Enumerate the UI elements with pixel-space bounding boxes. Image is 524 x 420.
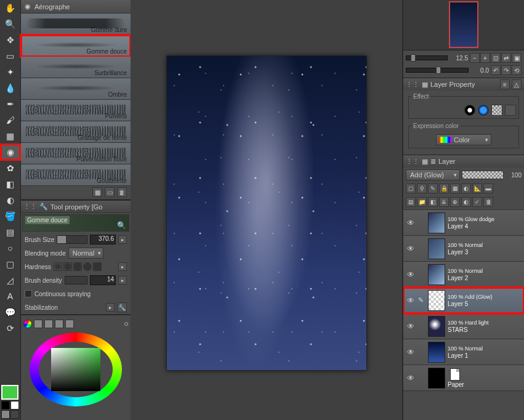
layer-row[interactable]: 👁100 % Glow dodgeLayer 4: [403, 210, 524, 236]
brush-item[interactable]: Gomme dure: [21, 14, 131, 35]
layer-row[interactable]: 👁100 % NormalLayer 2: [403, 262, 524, 288]
layer-color-icon[interactable]: ▬: [483, 184, 493, 193]
visibility-eye-icon[interactable]: 👁: [406, 347, 416, 357]
brush-item[interactable]: Gouttelette: [21, 164, 131, 186]
wand-tool[interactable]: ✦: [1, 65, 20, 79]
visibility-eye-icon[interactable]: 👁: [406, 373, 416, 383]
ref-icon[interactable]: ⚲: [417, 184, 427, 193]
effect-pattern-icon[interactable]: [491, 105, 502, 116]
effect-border-icon[interactable]: [464, 105, 475, 116]
combine-icon[interactable]: ⊕: [450, 197, 460, 207]
swatch-cell[interactable]: [10, 410, 19, 419]
eraser-tool[interactable]: ◧: [1, 177, 20, 192]
density-slider[interactable]: [65, 276, 87, 285]
hardness-preset-5[interactable]: [93, 262, 102, 271]
color-wheel[interactable]: [30, 333, 122, 406]
layer-row[interactable]: 👁✎100 % Add (Glow)Layer 5: [403, 288, 524, 313]
new-layer-icon[interactable]: ▤: [406, 197, 416, 207]
opacity-slider[interactable]: [462, 171, 504, 179]
lp-tab-1-icon[interactable]: ≡: [500, 79, 510, 89]
lp-tab-2-icon[interactable]: △: [512, 79, 522, 89]
magnify-icon[interactable]: 🔍: [117, 221, 126, 230]
blending-mode-dropdown[interactable]: Normal: [68, 248, 103, 259]
new-folder-icon[interactable]: 📁: [417, 197, 427, 207]
brush-item[interactable]: Ombre: [21, 78, 131, 100]
hardness-preset-1[interactable]: [54, 262, 62, 271]
zoom-tool[interactable]: 🔍: [1, 17, 20, 31]
swatch-cell[interactable]: [10, 401, 19, 410]
mask-new-icon[interactable]: ◐: [461, 197, 471, 207]
zoom-in-icon[interactable]: +: [480, 53, 490, 63]
rotate-cw-icon[interactable]: ↷: [501, 65, 511, 75]
canvas[interactable]: [166, 55, 367, 371]
color-tab-3-icon[interactable]: [44, 320, 53, 328]
delete-layer-icon[interactable]: 🗑: [483, 197, 493, 207]
hand-tool[interactable]: ✋: [1, 1, 20, 15]
swatch-cell[interactable]: [1, 401, 10, 410]
decoration-tool[interactable]: ✿: [1, 161, 20, 176]
eyedropper-tool[interactable]: 💧: [1, 81, 20, 95]
clip-icon[interactable]: ▢: [406, 184, 416, 193]
rotation-slider[interactable]: [406, 68, 469, 73]
shape-tool[interactable]: ○: [1, 241, 20, 256]
color-tab-2-icon[interactable]: [34, 320, 42, 328]
layer-row[interactable]: 👁100 % NormalLayer 1: [403, 339, 524, 365]
delete-brush-icon[interactable]: 🗑: [117, 187, 127, 197]
brush-item[interactable]: Gomme douce: [21, 35, 131, 57]
flip-icon[interactable]: ⇄: [501, 53, 511, 63]
pen-tool[interactable]: ✒: [1, 97, 20, 111]
visibility-eye-icon[interactable]: 👁: [406, 244, 416, 254]
swatch-cell[interactable]: [1, 410, 10, 419]
text-tool[interactable]: A: [1, 289, 20, 304]
color-square[interactable]: [51, 348, 100, 391]
visibility-eye-icon[interactable]: 👁: [406, 270, 416, 280]
density-value[interactable]: 14: [90, 275, 116, 285]
visibility-eye-icon[interactable]: 👁: [406, 218, 416, 228]
hardness-preset-3[interactable]: [73, 262, 82, 271]
wrench-icon[interactable]: 🔧: [117, 302, 127, 312]
brush-size-more-icon[interactable]: ▸: [118, 235, 127, 244]
rotate-ccw-icon[interactable]: ↶: [491, 65, 501, 75]
apply-mask-icon[interactable]: ✓: [472, 197, 482, 207]
expression-color-dropdown[interactable]: Color: [436, 134, 491, 145]
reset-rotation-icon[interactable]: ⟲: [512, 65, 522, 75]
frame-tool[interactable]: ▢: [1, 257, 20, 272]
layer-row[interactable]: 👁100 % Hard lightSTARS: [403, 313, 524, 339]
color-tab-4-icon[interactable]: [55, 320, 63, 328]
density-more-icon[interactable]: ▸: [118, 276, 127, 285]
hardness-preset-2[interactable]: [63, 262, 72, 271]
fill-tool[interactable]: 🪣: [1, 209, 20, 224]
layer-row[interactable]: 👁100 % NormalLayer 3: [403, 236, 524, 262]
foreground-color-swatch[interactable]: [1, 385, 18, 400]
hardness-more-icon[interactable]: ▸: [118, 262, 127, 271]
link-column[interactable]: ✎: [418, 296, 425, 304]
layer-row[interactable]: 👁Paper: [403, 365, 524, 391]
brush-size-slider[interactable]: [57, 235, 87, 244]
lock-icon[interactable]: 🔒: [439, 184, 449, 193]
zoom-out-icon[interactable]: −: [470, 53, 480, 63]
balloon-tool[interactable]: 💬: [1, 305, 20, 320]
ruler-vis-icon[interactable]: 📐: [472, 184, 482, 193]
draft-icon[interactable]: ✎: [428, 184, 438, 193]
brush-item[interactable]: Pulvérisation floue: [21, 143, 131, 164]
transfer-icon[interactable]: ⇊: [439, 197, 449, 207]
brush-item[interactable]: Pulvéris: [21, 100, 131, 121]
hardness-preset-4[interactable]: [83, 262, 92, 271]
airbrush-tool[interactable]: ◉: [1, 145, 20, 160]
blend-tool[interactable]: ◐: [1, 193, 20, 208]
texture-tool[interactable]: ▦: [1, 129, 20, 143]
continuous-checkbox[interactable]: [25, 290, 32, 297]
fit-icon[interactable]: ⊡: [491, 53, 501, 63]
color-tab-5-icon[interactable]: [65, 320, 74, 328]
rect-select-tool[interactable]: ▭: [1, 49, 20, 63]
actual-icon[interactable]: ▣: [512, 53, 522, 63]
visibility-eye-icon[interactable]: 👁: [406, 296, 416, 305]
ruler-tool[interactable]: ◿: [1, 273, 20, 288]
new-correction-icon[interactable]: ◧: [428, 197, 438, 207]
mask-icon[interactable]: ◐: [461, 184, 471, 193]
color-wheel-tab-icon[interactable]: [23, 320, 32, 328]
blend-mode-dropdown[interactable]: Add (Glow): [406, 169, 460, 180]
effect-tone-icon[interactable]: [478, 105, 489, 116]
brush-item[interactable]: Grattage de teinte: [21, 121, 131, 143]
stabilization-expand-icon[interactable]: ▸: [106, 303, 115, 312]
